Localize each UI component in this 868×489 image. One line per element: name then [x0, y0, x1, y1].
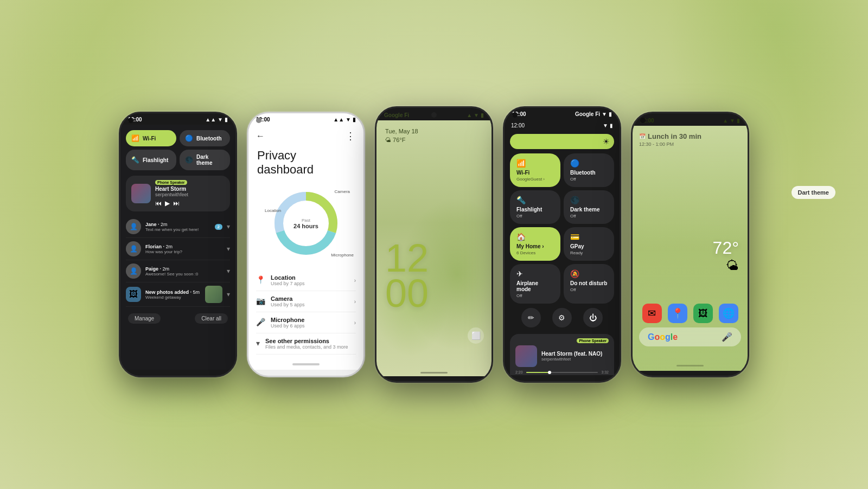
battery-icon-5: ▮ — [737, 118, 740, 124]
notif-expand-florian[interactable]: ▾ — [227, 245, 230, 253]
notif-badge-jane: 2 — [215, 224, 222, 230]
p5-event-time: 12:30 - 1:00 PM — [639, 141, 741, 147]
permission-location[interactable]: 📍 Location Used by 7 apps › — [256, 270, 356, 291]
privacy-dashboard-title: Privacy dashboard — [248, 142, 363, 181]
p4-media-top: Heart Storm (feat. NAO) serpentwithfeet — [515, 345, 609, 367]
notif-name-paige: Paige · 2m — [145, 266, 222, 272]
p4-wifi-sub: GoogleGuest › — [516, 177, 554, 182]
notif-msg-paige: Awesome! See you soon :0 — [145, 272, 222, 276]
p2-permission-list: 📍 Location Used by 7 apps › 📷 Camera Use… — [248, 266, 363, 359]
p4-wifi-title: Wi-Fi — [516, 170, 554, 176]
wifi-tile-label: Wi-Fi — [143, 136, 156, 141]
tile-dark-theme[interactable]: 🌑 Dark theme — [180, 150, 230, 170]
dart-theme-label: Dart theme — [792, 186, 835, 199]
p3-nav-btn[interactable]: ⬜ — [468, 327, 484, 344]
power-icon-btn[interactable]: ⏻ — [583, 308, 603, 327]
signal-icon-3: ▲ — [467, 112, 472, 118]
p4-tile-home[interactable]: 🏠 My Home › 6 Devices — [510, 227, 560, 261]
p4-tile-dark-theme[interactable]: 🌑 Dark theme Off — [564, 190, 614, 224]
tile-wifi[interactable]: 📶 Wi-Fi — [126, 130, 176, 146]
p5-event-title: Lunch in 30 min — [648, 132, 701, 140]
gmail-app-icon[interactable]: ✉ — [642, 304, 662, 323]
p2-header: ← ⋮ — [248, 125, 363, 142]
battery-icon-2: ▮ — [353, 117, 356, 123]
photos-app-icon[interactable]: 🖼 — [693, 304, 713, 323]
p4-battery-status: ▮ — [610, 123, 613, 128]
p4-airplane-icon: ✈ — [516, 269, 554, 278]
clear-all-button[interactable]: Clear all — [195, 313, 228, 324]
permission-microphone[interactable]: 🎤 Microphone Used by 6 apps › — [256, 312, 356, 333]
brightness-icon: ☀ — [603, 137, 610, 146]
p4-time-display: 12:00 — [511, 123, 525, 128]
p2-location-info: Location Used by 7 apps — [271, 274, 305, 286]
p4-progress-track[interactable] — [526, 372, 598, 373]
camera-icon: 📷 — [256, 297, 265, 305]
notif-msg-photos: Weekend getaway — [145, 295, 201, 300]
status-bar-2: 12:00 ▲▲ ▼ ▮ — [248, 113, 363, 125]
p4-tile-bluetooth[interactable]: 🔵 Bluetooth Off — [564, 153, 614, 187]
p4-tile-gpay[interactable]: 💳 GPay Ready — [564, 227, 614, 261]
p1-media-info: Phone Speaker Heart Storm serpentwithfee… — [155, 180, 225, 207]
tile-bluetooth[interactable]: 🔵 Bluetooth — [180, 130, 230, 146]
p4-status-icons: ▼ ▮ — [603, 123, 613, 128]
notif-avatar-florian: 👤 — [126, 241, 141, 256]
p4-dt-sub: Off — [570, 214, 608, 218]
edit-icon-btn[interactable]: ✏ — [521, 308, 541, 327]
notif-paige: 👤 Paige · 2m Awesome! See you soon :0 ▾ — [126, 260, 230, 282]
play-icon[interactable]: ▶ — [165, 200, 170, 207]
notif-expand-jane[interactable]: ▾ — [227, 223, 230, 230]
location-icon: 📍 — [256, 275, 265, 284]
microphone-chevron: › — [354, 320, 356, 326]
manage-button[interactable]: Manage — [128, 313, 161, 324]
other-title: See other permissions — [265, 338, 348, 344]
next-icon[interactable]: ⏭ — [173, 200, 180, 207]
p4-tile-wifi[interactable]: 📶 Wi-Fi GoogleGuest › — [510, 153, 560, 187]
brightness-slider[interactable]: ☀ — [510, 134, 614, 149]
tile-flashlight[interactable]: 🔦 Flashlight — [126, 150, 176, 170]
status-bar-5: 12:00 ▲ ▼ ▮ — [633, 113, 748, 126]
p4-tile-flashlight[interactable]: 🔦 Flashlight Off — [510, 190, 560, 224]
signal-icon-5: ▲ — [723, 118, 728, 124]
notif-expand-paige[interactable]: ▾ — [227, 267, 230, 275]
p5-temp-widget: 72° 🌤 — [713, 238, 739, 273]
permission-camera[interactable]: 📷 Camera Used by 5 apps › — [256, 291, 356, 312]
google-search-bar[interactable]: Google 🎤 — [639, 327, 741, 346]
prev-icon[interactable]: ⏮ — [155, 200, 162, 207]
clock-digits: 1200 — [385, 241, 429, 311]
p5-screen: 📅 Lunch in 30 min 12:30 - 1:00 PM 72° 🌤 … — [633, 126, 748, 371]
p4-fl-title: Flashlight — [516, 207, 554, 213]
location-sub: Used by 7 apps — [271, 281, 305, 286]
wifi-icon-5: ▼ — [730, 118, 735, 124]
wifi-icon-4: ▼ — [602, 111, 607, 117]
permission-other[interactable]: ▾ See other permissions Files and media,… — [256, 333, 356, 355]
p4-tile-dnd[interactable]: 🔕 Do not disturb Off — [564, 264, 614, 304]
p5-calendar-widget[interactable]: 📅 Lunch in 30 min 12:30 - 1:00 PM — [639, 132, 741, 147]
maps-app-icon[interactable]: 📍 — [668, 304, 687, 323]
privacy-chart-area: Past 24 hours Location Camera Microphone — [248, 181, 363, 266]
p4-action-icons: ✏ ⚙ ⏻ — [505, 304, 620, 332]
camera-hole-5 — [640, 118, 646, 123]
wifi-icon-2: ▼ — [346, 117, 351, 123]
phone-3-clock: Google Fi ▲ ▼ ▮ Tue, May 18 🌤 76°F 1200 … — [375, 106, 493, 383]
menu-button[interactable]: ⋮ — [346, 130, 356, 142]
p4-tile-airplane[interactable]: ✈ Airplane mode Off — [510, 264, 560, 304]
back-button[interactable]: ← — [256, 131, 265, 141]
notif-expand-photos[interactable]: ▾ — [227, 291, 230, 298]
p4-media-title: Heart Storm (feat. NAO) — [541, 351, 609, 357]
battery-icon-1: ▮ — [225, 117, 228, 123]
p1-notifications: 👤 Jane · 2m Text me when you get here! 2… — [120, 214, 235, 309]
wifi-icon-3: ▼ — [474, 112, 479, 118]
label-camera: Camera — [335, 189, 350, 194]
donut-center: Past 24 hours — [293, 218, 318, 229]
chrome-app-icon[interactable]: 🌐 — [719, 304, 738, 323]
settings-icon-btn[interactable]: ⚙ — [552, 308, 572, 327]
p4-home-sub: 6 Devices — [516, 250, 554, 255]
p3-clock: 1200 — [385, 241, 429, 311]
signal-icon-1: ▲▲ — [205, 117, 216, 123]
p4-bt-title: Bluetooth — [570, 170, 608, 176]
p3-home-indicator — [420, 372, 448, 374]
p4-home-icon: 🏠 — [516, 233, 554, 241]
p1-media-badge: Phone Speaker — [155, 180, 187, 185]
camera-sub: Used by 5 apps — [271, 302, 305, 307]
mic-icon[interactable]: 🎤 — [722, 332, 732, 342]
